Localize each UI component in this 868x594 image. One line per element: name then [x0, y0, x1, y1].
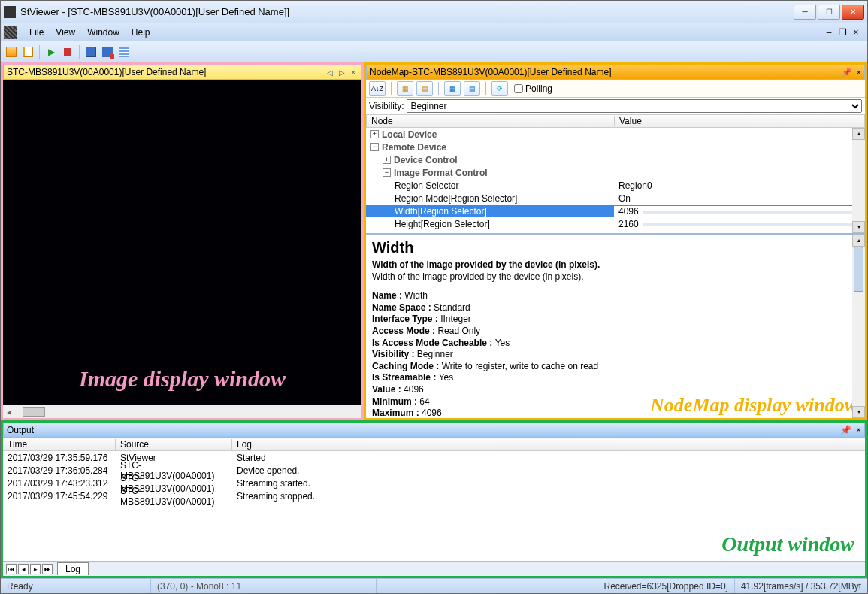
menu-view[interactable]: View: [50, 26, 81, 39]
desc-prop: Name : Width: [372, 290, 859, 302]
expand-button[interactable]: ▦: [397, 81, 413, 96]
value-slider[interactable]: [643, 209, 865, 214]
toolbar-film-icon[interactable]: [116, 44, 132, 59]
polling-checkbox[interactable]: [514, 84, 523, 93]
tree-node-selected[interactable]: Width[Region Selector]: [395, 206, 487, 217]
desc-prop: Interface Type : IInteger: [372, 314, 859, 326]
tab-first-icon[interactable]: ⏮: [6, 564, 17, 574]
output-pin-icon[interactable]: 📌: [840, 425, 851, 435]
refresh-button[interactable]: ⟳: [491, 81, 508, 96]
expand2-button[interactable]: ▦: [444, 81, 461, 96]
output-overlay-label: Output window: [721, 532, 854, 556]
desc-prop: Access Mode : Read Only: [372, 326, 859, 338]
tree-value[interactable]: On: [618, 193, 631, 204]
tree-node[interactable]: Remote Device: [382, 142, 446, 153]
desc-prop: Name Space : Standard: [372, 302, 859, 314]
output-title: Output: [7, 425, 34, 435]
mdi-minimize-icon[interactable]: –: [824, 27, 834, 38]
nodemap-close-icon[interactable]: ×: [857, 68, 861, 77]
col-node[interactable]: Node: [367, 116, 615, 126]
menu-file[interactable]: File: [23, 26, 50, 39]
tree-value[interactable]: 2160: [618, 219, 639, 229]
image-display-panel: STC-MBS891U3V(00A0001)[User Defined Name…: [1, 62, 364, 420]
close-button[interactable]: ✕: [842, 5, 864, 20]
tree-value[interactable]: 4096: [618, 206, 639, 217]
col-log[interactable]: Log: [232, 439, 600, 450]
image-overlay-label: Image display window: [18, 366, 346, 392]
status-received: Received=6325[Dropped ID=0]: [597, 579, 734, 593]
nodemap-tree: Node Value +Local Device −Remote Device …: [366, 114, 865, 233]
polling-label: Polling: [525, 83, 552, 94]
col-value[interactable]: Value: [615, 116, 864, 126]
image-tab-title[interactable]: STC-MBS891U3V(00A0001)[User Defined Name…: [7, 67, 206, 77]
menu-bar: File View Window Help – ❐ ×: [1, 23, 867, 41]
app-icon: [4, 6, 16, 18]
tree-node[interactable]: Region Mode[Region Selector]: [395, 193, 517, 204]
tab-last-icon[interactable]: ⏭: [42, 564, 53, 574]
desc-prop: Is Streamable : Yes: [372, 372, 859, 384]
col-source[interactable]: Source: [116, 439, 232, 450]
collapse-icon[interactable]: −: [370, 143, 379, 151]
desc-vscrollbar[interactable]: ▴ ▾: [852, 235, 865, 418]
output-close-icon[interactable]: ×: [856, 425, 861, 435]
output-tab-bar: ⏮ ◂ ▸ ⏭ Log: [3, 561, 865, 576]
image-hscrollbar[interactable]: ◂: [3, 405, 361, 418]
image-viewport[interactable]: Image display window: [3, 80, 361, 405]
desc-prop: Visibility : Beginner: [372, 349, 859, 361]
output-title-bar: Output 📌 ×: [3, 423, 865, 438]
nodemap-description: Width Width of the image provided by the…: [366, 233, 865, 418]
nodemap-pin-icon[interactable]: 📌: [842, 68, 852, 77]
tab-close-icon[interactable]: ×: [349, 68, 358, 77]
status-rate: 41.92[frames/s] / 353.72[MByt: [735, 579, 867, 593]
toolbar: ▶: [1, 41, 867, 62]
collapse2-button[interactable]: ▤: [464, 81, 480, 96]
desc-summary: Width of the image provided by the devic…: [372, 259, 859, 271]
tab-next-icon[interactable]: ▸: [30, 564, 41, 574]
status-ready: Ready: [1, 579, 151, 593]
mdi-restore-icon[interactable]: ❐: [837, 27, 848, 38]
title-bar: StViewer - [STC-MBS891U3V(00A0001)[User …: [1, 1, 867, 23]
toolbar-stop-icon[interactable]: [60, 44, 75, 59]
tree-node[interactable]: Height[Region Selector]: [395, 219, 490, 229]
toolbar-stop-record-icon[interactable]: [100, 44, 115, 59]
desc-title: Width: [372, 239, 859, 256]
desc-detail: Width of the image provided by the devic…: [372, 271, 859, 283]
status-cursor: (370, 0) - Mono8 : 11: [151, 579, 377, 593]
maximize-button[interactable]: ☐: [818, 5, 840, 20]
desc-prop: Is Access Mode Cacheable : Yes: [372, 338, 859, 350]
tree-node[interactable]: Device Control: [394, 155, 458, 165]
nodemap-overlay-label: NodeMap display window: [650, 394, 857, 417]
value-slider[interactable]: [643, 222, 865, 226]
desc-prop: Caching Mode : Write to register, write …: [372, 361, 859, 373]
tree-node[interactable]: Local Device: [382, 129, 437, 140]
app-logo-icon: [4, 26, 17, 39]
tree-node[interactable]: Image Format Control: [394, 168, 488, 178]
collapse-button[interactable]: ▤: [416, 81, 433, 96]
toolbar-new-icon[interactable]: [4, 44, 19, 59]
menu-window[interactable]: Window: [81, 26, 126, 39]
nodemap-panel: NodeMap-STC-MBS891U3V(00A0001)[User Defi…: [364, 62, 867, 420]
toolbar-save-icon[interactable]: [83, 44, 98, 59]
sort-az-button[interactable]: A↓Z: [369, 81, 386, 96]
expand-icon[interactable]: +: [383, 156, 391, 164]
tree-value[interactable]: Region0: [618, 180, 652, 191]
tab-prev-icon[interactable]: ◁: [325, 68, 335, 77]
visibility-select[interactable]: Beginner: [407, 99, 862, 113]
tree-node[interactable]: Region Selector: [395, 180, 458, 191]
minimize-button[interactable]: ─: [794, 5, 816, 20]
tab-log[interactable]: Log: [57, 562, 89, 575]
tab-prev-icon[interactable]: ◂: [18, 564, 29, 574]
tab-next-icon[interactable]: ▷: [337, 68, 347, 77]
tree-vscrollbar[interactable]: ▴ ▾: [852, 128, 865, 233]
toolbar-play-icon[interactable]: ▶: [44, 44, 59, 59]
output-panel: Output 📌 × Time Source Log 2017/03/29 17…: [1, 420, 867, 578]
status-bar: Ready (370, 0) - Mono8 : 11 Received=632…: [1, 578, 867, 593]
menu-help[interactable]: Help: [126, 26, 156, 39]
collapse-icon[interactable]: −: [383, 168, 391, 177]
log-row[interactable]: 2017/03/29 17:45:54.229STC-MBS891U3V(00A…: [3, 489, 865, 502]
nodemap-toolbar: A↓Z ▦ ▤ ▦ ▤ ⟳ Polling: [366, 80, 865, 98]
col-time[interactable]: Time: [3, 439, 116, 450]
toolbar-open-icon[interactable]: [20, 44, 35, 59]
expand-icon[interactable]: +: [370, 130, 379, 138]
mdi-close-icon[interactable]: ×: [851, 27, 861, 38]
